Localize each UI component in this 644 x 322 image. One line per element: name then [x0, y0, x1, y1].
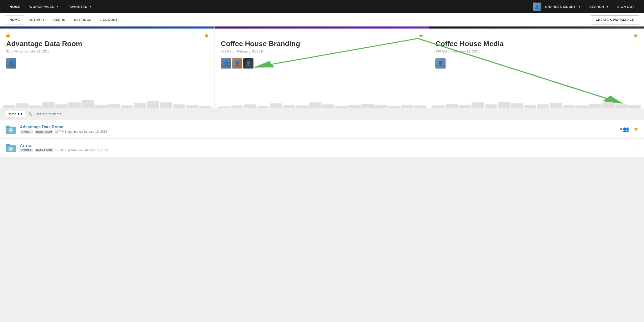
chart-bar — [257, 106, 269, 108]
chart-bar — [309, 102, 321, 108]
chart-bar — [296, 105, 308, 108]
nav-user[interactable]: 👤 Charles Mount ▾ — [528, 0, 585, 13]
favorite-star-media[interactable]: ★ — [633, 32, 639, 39]
card-top-bar — [215, 26, 429, 29]
card-title-branding: Coffee House Branding — [221, 40, 423, 48]
tab-activity[interactable]: ACTIVITY — [24, 13, 49, 26]
tab-users[interactable]: USERS — [49, 13, 70, 26]
activity-chart-advantage — [0, 93, 214, 108]
card-meta-media: 190 MB on February 11, 2016 — [435, 49, 638, 53]
member-avatar: 👤 — [435, 58, 446, 69]
list-item-meta-arrow: OWNER DATA ROOM 120 MB updated on Februa… — [20, 149, 630, 152]
activity-chart-media — [429, 93, 644, 108]
card-body: ★ Coffee House Media 190 MB on February … — [429, 29, 644, 79]
favorite-star-advantage-list[interactable]: ★ — [633, 126, 639, 133]
chart-bar — [173, 104, 185, 108]
favorites-dropdown-icon: ▾ — [90, 5, 91, 8]
card-body: 🔒 ★ Advantage Data Room 31.7 MB on Janua… — [0, 29, 214, 79]
chart-bar — [231, 105, 243, 108]
member-avatar: 👤 — [232, 58, 242, 69]
chart-bar — [283, 105, 295, 108]
workspaces-dropdown-icon: ▾ — [57, 5, 59, 8]
folder-icon-advantage — [5, 124, 16, 135]
workspace-card-advantage[interactable]: 🔒 ★ Advantage Data Room 31.7 MB on Janua… — [0, 26, 215, 108]
chart-bar — [82, 100, 94, 108]
list-item-title-advantage[interactable]: Advantage Data Room — [20, 125, 616, 129]
chart-bar — [42, 102, 55, 108]
favorite-star-arrow-list[interactable]: ☆ — [633, 144, 639, 151]
tab-settings[interactable]: SETTINGS — [70, 13, 96, 26]
nav-workspaces[interactable]: WORKSPACES ▾ — [25, 0, 63, 13]
members-icon: 👥 — [623, 126, 629, 132]
list-item-title-arrow[interactable]: Arrow — [20, 143, 630, 148]
create-workspace-button[interactable]: CREATE A WORKSPACE — [591, 15, 639, 24]
tab-account[interactable]: ACCOUNT — [96, 13, 122, 26]
list-item-info-advantage: Advantage Data Room OWNER DATA ROOM 31.7… — [20, 125, 616, 134]
card-top-bar — [0, 26, 214, 29]
card-avatars-branding: 👤 👤 👤 — [221, 58, 423, 70]
chart-bar — [498, 102, 510, 108]
card-meta-branding: 831 KB on February 10, 2016 — [221, 49, 423, 53]
chart-bar — [550, 103, 562, 108]
workspace-cards-section: 🔒 ★ Advantage Data Room 31.7 MB on Janua… — [0, 26, 644, 108]
favorite-star-advantage[interactable]: ★ — [204, 32, 209, 39]
chart-bar — [361, 104, 374, 108]
chart-bar — [401, 105, 413, 108]
chart-bar — [199, 106, 211, 108]
chart-bar — [602, 102, 614, 108]
chart-bar — [244, 104, 256, 108]
card-title-media: Coffee House Media — [435, 40, 638, 48]
favorite-star-branding[interactable]: ★ — [418, 32, 424, 39]
card-avatars-media: 👤 — [435, 58, 638, 70]
sub-nav-right: CREATE A WORKSPACE — [591, 15, 639, 24]
card-title-advantage: Advantage Data Room — [6, 40, 208, 48]
chart-bar — [432, 105, 445, 108]
card-avatars-advantage: 👤 — [6, 58, 208, 70]
nav-signout[interactable]: SIGN OUT — [613, 0, 639, 13]
chart-bar — [147, 101, 159, 108]
workspace-card-branding[interactable]: ★ Coffee House Branding 831 KB on Februa… — [215, 26, 430, 108]
chart-bar — [511, 103, 523, 108]
chart-bar — [335, 106, 347, 108]
chart-bar — [563, 105, 575, 108]
list-item-size-date: 31.7 MB updated on January 19, 2016 — [55, 130, 107, 133]
top-navigation: HOME WORKSPACES ▾ FAVORITES ▾ 👤 Charles … — [0, 0, 644, 13]
chart-bar — [628, 105, 641, 108]
member-avatar: 👤 — [6, 58, 16, 69]
list-item: Advantage Data Room OWNER DATA ROOM 31.7… — [0, 120, 644, 139]
owner-badge: OWNER — [20, 149, 33, 152]
top-nav-right: 👤 Charles Mount ▾ SEARCH ▾ SIGN OUT — [528, 0, 639, 13]
card-meta-advantage: 31.7 MB on January 21, 2016 — [6, 49, 208, 53]
chart-bar — [576, 105, 588, 108]
chart-bar — [160, 102, 172, 108]
tab-home[interactable]: HOME — [5, 15, 24, 24]
members-count: 9 👥 — [620, 126, 629, 132]
chart-bar — [3, 105, 15, 108]
chart-bar — [374, 105, 387, 108]
nav-search[interactable]: SEARCH ▾ — [585, 0, 613, 13]
chart-bar — [472, 102, 484, 108]
list-item-right-advantage: 9 👥 ★ — [620, 126, 639, 133]
nav-home[interactable]: HOME — [5, 0, 25, 13]
list-item-meta-advantage: OWNER DATA ROOM 31.7 MB updated on Janua… — [20, 130, 616, 134]
search-dropdown-icon: ▾ — [607, 5, 608, 8]
chart-bar — [446, 104, 458, 108]
chart-bar — [68, 102, 81, 108]
member-avatar: 👤 — [221, 58, 231, 69]
type-badge: DATA ROOM — [35, 130, 54, 134]
workspace-card-media[interactable]: ★ Coffee House Media 190 MB on February … — [429, 26, 644, 108]
card-top-bar — [429, 26, 644, 29]
list-toolbar: Name ⬆⬇ 🔍 — [0, 108, 644, 120]
svg-rect-9 — [6, 144, 10, 146]
sort-select[interactable]: Name ⬆⬇ — [5, 111, 25, 117]
type-badge: DATA ROOM — [35, 149, 54, 152]
lock-icon: 🔒 — [5, 32, 11, 38]
activity-chart-branding — [215, 93, 429, 108]
nav-favorites[interactable]: FAVORITES ▾ — [63, 0, 96, 13]
chart-bar — [615, 104, 628, 108]
avatar: 👤 — [533, 3, 541, 11]
filter-text-input[interactable] — [34, 112, 85, 116]
chart-bar — [348, 105, 361, 108]
chart-bar — [95, 105, 107, 108]
chart-bar — [55, 104, 68, 108]
